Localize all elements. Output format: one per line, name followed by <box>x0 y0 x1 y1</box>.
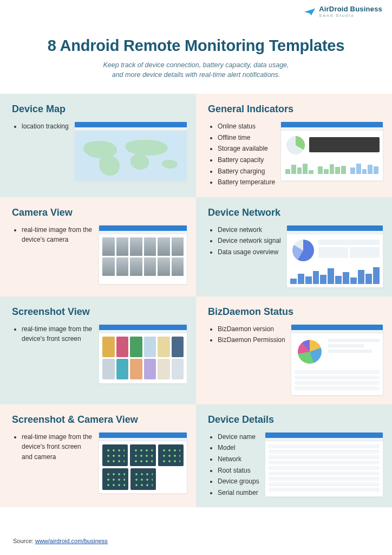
brand-logo: AirDroid Business Sand Studio <box>304 5 382 18</box>
card-bullets: real-time image from the device's camera <box>12 225 93 246</box>
card-title: Screenshot & Camera View <box>12 414 187 425</box>
thumbnail-combined <box>99 432 187 494</box>
card-screenshot-camera-view: Screenshot & Camera View real-time image… <box>0 404 196 508</box>
thumbnail-map <box>74 121 187 181</box>
thumbnail-screenshot <box>99 324 187 384</box>
brand-name: AirDroid Business <box>319 5 382 12</box>
card-bullets: real-time image from the device's front … <box>12 432 93 463</box>
thumbnail-network <box>286 225 383 288</box>
card-bullets: BizDaemon version BizDaemon Permission <box>208 324 285 346</box>
card-camera-view: Camera View real-time image from the dev… <box>0 197 196 296</box>
template-grid: Device Map location tracking General Ind… <box>0 94 392 507</box>
card-device-network: Device Network Device network Device net… <box>196 197 392 296</box>
card-bullets: Device name Model Network Root status De… <box>208 432 259 499</box>
card-bullets: real-time image from the device's front … <box>12 324 93 345</box>
thumbnail-bizdaemon <box>291 324 383 396</box>
brand-subtitle: Sand Studio <box>319 14 382 18</box>
card-title: General Indicators <box>208 104 383 115</box>
card-title: Device Details <box>208 414 383 425</box>
card-screenshot-view: Screenshot View real-time image from the… <box>0 296 196 404</box>
thumbnail-indicators <box>280 121 383 181</box>
card-title: Screenshot View <box>12 306 187 318</box>
card-title: Camera View <box>12 207 187 218</box>
card-title: Device Map <box>12 104 187 115</box>
source-link[interactable]: www/airdroid.com/business <box>35 538 108 544</box>
card-bullets: Device network Device network signal Dat… <box>208 225 281 259</box>
thumbnail-details <box>265 432 383 497</box>
card-general-indicators: General Indicators Online status Offline… <box>196 94 392 197</box>
card-title: BizDaemon Status <box>208 306 383 318</box>
card-bullets: location tracking <box>12 121 69 133</box>
source-citation: Source: www/airdroid.com/business <box>13 538 108 544</box>
page-title: 8 Android Remote Monitoring Templates <box>16 37 376 55</box>
paper-plane-icon <box>304 8 316 16</box>
card-bizdaemon-status: BizDaemon Status BizDaemon version BizDa… <box>196 296 392 404</box>
card-title: Device Network <box>208 207 383 218</box>
thumbnail-camera <box>99 225 187 285</box>
page-subtitle: Keep track of device connection, battery… <box>16 60 376 80</box>
card-bullets: Online status Offline time Storage avail… <box>208 121 275 189</box>
card-device-details: Device Details Device name Model Network… <box>196 404 392 508</box>
card-device-map: Device Map location tracking <box>0 94 196 197</box>
